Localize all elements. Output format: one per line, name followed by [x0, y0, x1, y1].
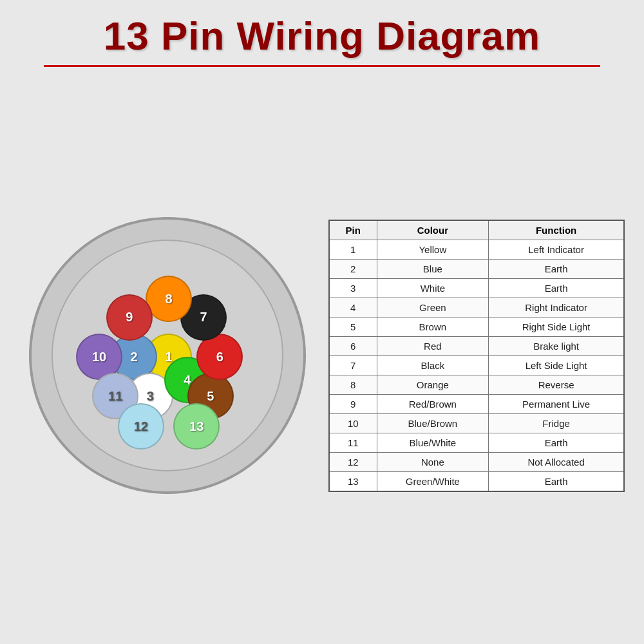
wiring-table: Pin Colour Function 1 Yellow Left Indica…	[328, 220, 625, 492]
cell-colour: Green/White	[377, 471, 489, 491]
cell-colour: Black	[377, 355, 489, 375]
cell-colour: Yellow	[377, 240, 489, 259]
cell-function: Reverse	[489, 375, 624, 394]
cell-colour: Blue/White	[377, 433, 489, 452]
decorative-line	[44, 65, 600, 67]
cell-pin: 10	[329, 413, 377, 433]
cell-pin: 9	[329, 394, 377, 413]
table-row: 10 Blue/Brown Fridge	[329, 413, 624, 433]
cell-pin: 4	[329, 298, 377, 317]
cell-pin: 5	[329, 317, 377, 336]
pin-circle-6: 6	[196, 334, 243, 380]
pin-circle-9: 9	[106, 294, 153, 341]
pin-circle-8: 8	[146, 276, 192, 322]
table-row: 5 Brown Right Side Light	[329, 317, 624, 336]
pin-circle-13: 13	[173, 403, 220, 450]
cell-colour: Orange	[377, 375, 489, 394]
col-pin: Pin	[329, 220, 377, 240]
table-row: 8 Orange Reverse	[329, 375, 624, 394]
cell-colour: Red/Brown	[377, 394, 489, 413]
cell-pin: 12	[329, 452, 377, 471]
cell-colour: Brown	[377, 317, 489, 336]
main-content: 12345678910111213 Pin Colour Function 1 …	[13, 80, 631, 631]
cell-colour: Blue/Brown	[377, 413, 489, 433]
cell-function: Earth	[489, 278, 624, 298]
cell-function: Permanent Live	[489, 394, 624, 413]
cell-function: Right Side Light	[489, 317, 624, 336]
cell-pin: 7	[329, 355, 377, 375]
connector-diagram: 12345678910111213	[19, 207, 316, 504]
cell-function: Right Indicator	[489, 298, 624, 317]
table-row: 13 Green/White Earth	[329, 471, 624, 491]
cell-function: Earth	[489, 433, 624, 452]
table-row: 9 Red/Brown Permanent Live	[329, 394, 624, 413]
wiring-table-area: Pin Colour Function 1 Yellow Left Indica…	[328, 220, 625, 492]
connector-inner-ring: 12345678910111213	[52, 240, 283, 471]
cell-pin: 11	[329, 433, 377, 452]
cell-function: Not Allocated	[489, 452, 624, 471]
table-row: 12 None Not Allocated	[329, 452, 624, 471]
table-row: 4 Green Right Indicator	[329, 298, 624, 317]
cell-pin: 8	[329, 375, 377, 394]
table-row: 2 Blue Earth	[329, 259, 624, 278]
cell-pin: 1	[329, 240, 377, 259]
cell-function: Left Side Light	[489, 355, 624, 375]
cell-function: Earth	[489, 471, 624, 491]
col-function: Function	[489, 220, 624, 240]
table-row: 3 White Earth	[329, 278, 624, 298]
cell-pin: 2	[329, 259, 377, 278]
cell-function: Fridge	[489, 413, 624, 433]
table-row: 6 Red Brake light	[329, 336, 624, 355]
cell-pin: 3	[329, 278, 377, 298]
col-colour: Colour	[377, 220, 489, 240]
table-row: 7 Black Left Side Light	[329, 355, 624, 375]
cell-colour: Red	[377, 336, 489, 355]
cell-colour: White	[377, 278, 489, 298]
cell-pin: 6	[329, 336, 377, 355]
page-title: 13 Pin Wiring Diagram	[13, 13, 631, 59]
cell-colour: Green	[377, 298, 489, 317]
cell-function: Earth	[489, 259, 624, 278]
pin-circle-12: 12	[118, 403, 164, 450]
connector-outer-ring: 12345678910111213	[29, 217, 306, 494]
cell-pin: 13	[329, 471, 377, 491]
cell-function: Brake light	[489, 336, 624, 355]
cell-colour: Blue	[377, 259, 489, 278]
cell-colour: None	[377, 452, 489, 471]
page: 13 Pin Wiring Diagram 12345678910111213 …	[0, 0, 644, 644]
cell-function: Left Indicator	[489, 240, 624, 259]
table-row: 11 Blue/White Earth	[329, 433, 624, 452]
table-row: 1 Yellow Left Indicator	[329, 240, 624, 259]
